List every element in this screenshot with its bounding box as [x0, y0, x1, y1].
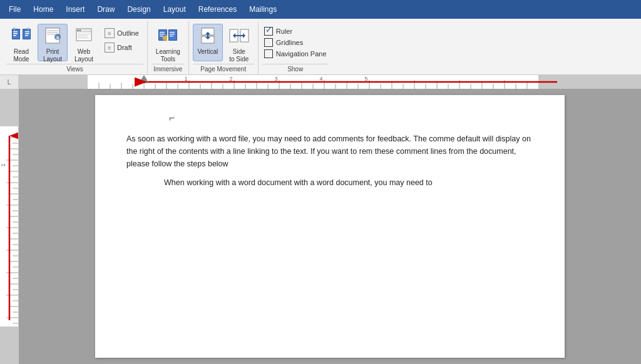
svg-point-21 — [79, 29, 81, 31]
menu-file[interactable]: File — [3, 3, 27, 16]
show-group-label: Show — [262, 64, 329, 74]
views-group-label: Views — [6, 64, 143, 74]
print-layout-label: Print Layout — [43, 48, 62, 63]
svg-rect-14 — [47, 32, 58, 33]
ribbon: Read Mode ⊕ Print — [0, 19, 641, 75]
svg-text:3: 3 — [274, 76, 277, 82]
svg-rect-32 — [169, 30, 177, 40]
menu-mailings[interactable]: Mailings — [243, 3, 283, 16]
svg-rect-30 — [160, 36, 163, 36]
svg-rect-29 — [160, 34, 165, 34]
ribbon-group-immersive: Learning Tools Immersive — [148, 21, 189, 74]
web-layout-button[interactable]: Web Layout — [69, 24, 99, 61]
show-items: ✓ Ruler Gridlines Navigation Pane — [262, 24, 329, 59]
svg-text:4: 4 — [319, 76, 322, 82]
svg-rect-13 — [47, 30, 58, 31]
svg-rect-9 — [25, 35, 28, 36]
learning-tools-icon — [156, 27, 179, 47]
svg-rect-95 — [141, 80, 147, 83]
menu-layout[interactable]: Layout — [157, 3, 192, 16]
draft-label: Draft — [117, 44, 132, 51]
vertical-label: Vertical — [197, 48, 218, 56]
svg-rect-33 — [170, 32, 175, 33]
menu-insert[interactable]: Insert — [59, 3, 91, 16]
svg-rect-22 — [76, 32, 91, 33]
svg-rect-28 — [160, 32, 165, 33]
page-text: As soon as working with a word file, you… — [126, 133, 533, 189]
svg-text:2: 2 — [229, 76, 232, 82]
svg-rect-4 — [13, 35, 16, 36]
ruler-checkbox[interactable]: ✓ Ruler — [262, 26, 329, 36]
outline-button[interactable]: ≡ Outline — [100, 26, 143, 40]
gridlines-checkbox[interactable]: Gridlines — [262, 38, 329, 48]
paragraph-1: As soon as working with a word file, you… — [126, 133, 533, 170]
ribbon-group-show: ✓ Ruler Gridlines Navigation Pane Show — [259, 21, 332, 74]
svg-rect-2 — [13, 31, 18, 33]
horizontal-ruler: 1 2 3 4 5 — [19, 75, 641, 89]
svg-rect-23 — [78, 34, 90, 34]
vertical-button[interactable]: Vertical — [193, 24, 223, 61]
menu-design[interactable]: Design — [121, 3, 156, 16]
svg-text:5: 5 — [364, 76, 367, 82]
show-content: ✓ Ruler Gridlines Navigation Pane — [262, 21, 329, 63]
menu-home[interactable]: Home — [27, 3, 59, 16]
svg-rect-98 — [0, 89, 19, 126]
svg-point-20 — [77, 29, 79, 31]
paragraph-2: When working with a word document with a… — [126, 176, 533, 189]
gridlines-label: Gridlines — [276, 39, 303, 46]
vertical-icon — [198, 27, 218, 47]
svg-rect-3 — [13, 33, 18, 34]
learning-tools-button[interactable]: Learning Tools — [151, 24, 185, 61]
views-content: Read Mode ⊕ Print — [6, 21, 143, 63]
draft-button[interactable]: ≡ Draft — [100, 41, 143, 54]
read-mode-icon — [11, 27, 31, 47]
web-layout-label: Web Layout — [74, 48, 93, 63]
svg-rect-8 — [25, 33, 29, 34]
vertical-ruler: 1 — [0, 89, 19, 364]
svg-rect-100 — [0, 326, 19, 364]
side-to-side-button[interactable]: Side to Side — [224, 24, 254, 61]
svg-rect-48 — [538, 75, 641, 89]
page-movement-content: Vertical Side to Side — [193, 21, 254, 63]
document-page: ⌐ As soon as working with a word file, y… — [95, 95, 565, 358]
learning-tools-label: Learning Tools — [156, 48, 180, 63]
outline-label: Outline — [117, 29, 139, 37]
menu-references[interactable]: References — [192, 3, 243, 16]
page-movement-group-label: Page Movement — [193, 64, 254, 74]
menu-draw[interactable]: Draw — [91, 3, 121, 16]
svg-rect-99 — [0, 126, 19, 326]
svg-rect-15 — [47, 34, 56, 35]
ruler-row: L — [0, 75, 641, 89]
web-layout-icon — [74, 27, 94, 47]
svg-rect-25 — [78, 38, 89, 38]
ruler-label: Ruler — [276, 28, 292, 35]
svg-text:1: 1 — [184, 76, 187, 82]
side-to-side-icon — [229, 27, 249, 47]
svg-rect-47 — [19, 75, 88, 89]
read-mode-button[interactable]: Read Mode — [6, 24, 36, 61]
read-mode-label: Read Mode — [13, 48, 29, 63]
svg-rect-35 — [170, 36, 173, 36]
svg-rect-10 — [14, 28, 15, 31]
navigation-pane-checkbox[interactable]: Navigation Pane — [262, 49, 329, 59]
print-layout-icon: ⊕ — [43, 27, 63, 47]
svg-rect-41 — [207, 34, 208, 37]
menu-bar: File Home Insert Draw Design Layout Refe… — [0, 0, 641, 19]
side-to-side-label: Side to Side — [229, 48, 249, 63]
immersive-group-label: Immersive — [151, 64, 185, 74]
svg-text:⊕: ⊕ — [56, 35, 60, 41]
document-area: 1 ⌐ As soon as working with a word file,… — [0, 89, 641, 364]
svg-rect-7 — [25, 31, 29, 33]
ribbon-group-views: Read Mode ⊕ Print — [3, 21, 148, 74]
svg-rect-46 — [235, 35, 243, 36]
immersive-content: Learning Tools — [151, 21, 185, 63]
print-layout-button[interactable]: ⊕ Print Layout — [38, 24, 68, 61]
page-wrapper: ⌐ As soon as working with a word file, y… — [19, 89, 641, 364]
navigation-pane-label: Navigation Pane — [276, 50, 327, 58]
svg-rect-11 — [28, 28, 29, 31]
indent-marker: ⌐ — [169, 113, 175, 124]
small-view-buttons: ≡ Outline ≡ Draft — [100, 24, 143, 54]
ribbon-group-page-movement: Vertical Side to Side — [189, 21, 259, 74]
svg-text:1: 1 — [0, 163, 6, 166]
svg-rect-34 — [170, 34, 175, 34]
